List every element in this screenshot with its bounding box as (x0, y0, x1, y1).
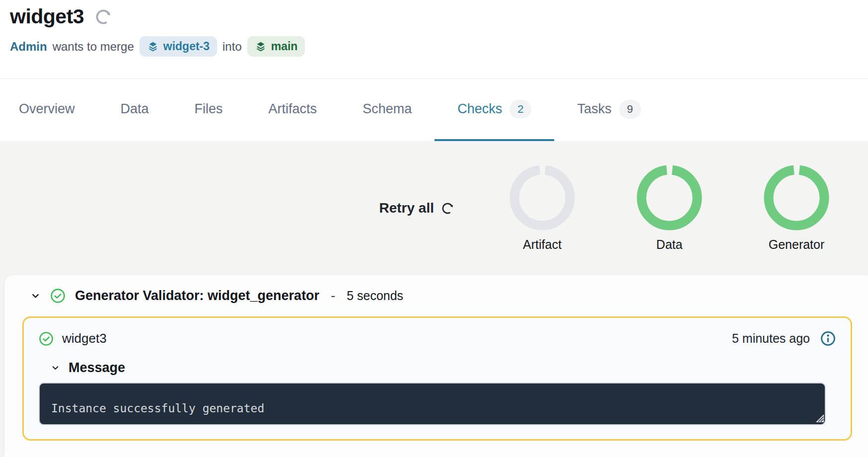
info-button[interactable] (820, 331, 836, 346)
tab-count-badge: 9 (619, 100, 641, 119)
donut-ring (764, 165, 829, 230)
message-console: Instance successfully generated (39, 382, 826, 425)
donut-ring (637, 165, 702, 230)
message-textarea[interactable]: Instance successfully generated (39, 382, 826, 425)
tab-label: Artifacts (269, 101, 317, 117)
target-branch-badge[interactable]: main (247, 36, 305, 57)
donut-chart-artifact: Artifact (503, 165, 582, 252)
donut-ring (509, 165, 575, 230)
tabbar: Overview Data Files Artifacts Schema Che… (0, 78, 868, 141)
message-label: Message (69, 360, 125, 376)
retry-all-label: Retry all (379, 200, 434, 216)
check-group-title: Generator Validator: widget_generator (75, 288, 319, 304)
branch-stack-icon (255, 41, 267, 53)
check-group-card: Generator Validator: widget_generator - … (4, 275, 868, 457)
result-header: widget3 5 minutes ago (39, 331, 836, 346)
page-header: widget3 Admin wants to merge widget-3 in… (0, 0, 868, 78)
tab-count-badge: 2 (509, 100, 531, 119)
target-branch-label: main (271, 40, 298, 53)
retry-all-button[interactable]: Retry all (379, 200, 455, 216)
donut-label: Data (656, 237, 683, 252)
branch-stack-icon (147, 41, 159, 53)
check-success-icon (39, 331, 54, 346)
result-timestamp: 5 minutes ago (732, 331, 810, 346)
separator-dash: - (331, 288, 335, 304)
tab-label: Files (195, 101, 223, 117)
source-branch-label: widget-3 (163, 40, 210, 53)
tab-label: Data (121, 101, 149, 117)
message-chevron-icon[interactable] (51, 363, 60, 373)
tab-label: Tasks (577, 101, 611, 117)
result-name: widget3 (62, 331, 107, 346)
message-section-header[interactable]: Message (51, 360, 836, 376)
tab-artifacts[interactable]: Artifacts (246, 79, 340, 141)
tab-overview[interactable]: Overview (0, 79, 98, 141)
check-result-card: widget3 5 minutes ago Message Instance s… (22, 316, 852, 441)
check-duration: 5 seconds (347, 289, 403, 303)
merge-description: Admin wants to merge widget-3 into main (10, 36, 868, 57)
donut-chart-data: Data (630, 165, 709, 252)
tab-data[interactable]: Data (98, 79, 172, 141)
tab-files[interactable]: Files (172, 79, 246, 141)
donut-chart-generator: Generator (757, 165, 836, 252)
tab-label: Overview (19, 101, 75, 117)
refresh-button[interactable] (94, 7, 113, 26)
page-title: widget3 (10, 5, 84, 28)
merge-author-link[interactable]: Admin (10, 40, 47, 54)
refresh-icon (94, 7, 113, 26)
checks-summary-band: Retry all Artifact Data Generator (0, 141, 868, 275)
merge-into-text: into (222, 40, 242, 54)
info-icon (820, 331, 836, 346)
check-success-icon (50, 288, 66, 304)
tab-label: Checks (457, 101, 502, 117)
retry-icon (440, 201, 455, 216)
check-group-header[interactable]: Generator Validator: widget_generator - … (4, 275, 868, 304)
tab-checks[interactable]: Checks 2 (434, 79, 554, 141)
tab-schema[interactable]: Schema (340, 79, 434, 141)
donut-label: Artifact (523, 237, 562, 252)
collapse-chevron-icon[interactable] (30, 291, 41, 301)
tab-label: Schema (362, 101, 412, 117)
tab-tasks[interactable]: Tasks 9 (554, 79, 663, 141)
merge-text: wants to merge (53, 40, 134, 54)
source-branch-badge[interactable]: widget-3 (140, 36, 217, 57)
checks-panel: Retry all Artifact Data Generator G (0, 141, 868, 457)
donut-label: Generator (769, 237, 825, 252)
